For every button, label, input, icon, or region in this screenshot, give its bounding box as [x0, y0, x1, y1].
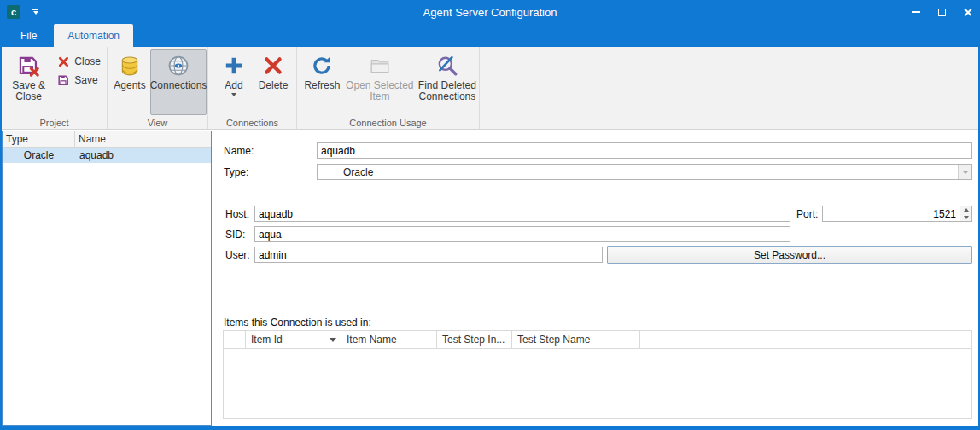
connection-row-aquadb[interactable]: Oracle aquadb: [3, 148, 211, 163]
spin-up-icon[interactable]: [960, 206, 971, 214]
usage-grid-body[interactable]: [224, 349, 971, 418]
host-label: Host:: [225, 208, 249, 220]
port-input[interactable]: [823, 206, 960, 221]
column-header-name[interactable]: Name: [75, 131, 211, 147]
connection-detail-panel: Name: Type: Oracle Host: Port: SID: User…: [213, 131, 978, 426]
close-red-icon: [56, 56, 71, 67]
connection-row-name: aquadb: [75, 148, 211, 163]
type-dropdown-button[interactable]: [958, 165, 971, 179]
connections-list-panel: Type Name Oracle aquadb: [2, 131, 212, 426]
refresh-icon: [311, 53, 333, 78]
grid-indicator-column: [224, 331, 246, 348]
close-label: Close: [74, 55, 101, 67]
type-combobox[interactable]: Oracle: [317, 164, 972, 180]
save-and-close-button[interactable]: Save & Close: [8, 49, 50, 115]
group-caption-view: View: [108, 118, 207, 128]
usage-grid-header: Item Id Item Name Test Step In... Test S…: [224, 331, 971, 349]
maximize-button[interactable]: [929, 0, 954, 24]
ribbon-group-project: Save & Close Close: [2, 47, 108, 129]
minimize-button[interactable]: [903, 0, 929, 24]
open-selected-item-button[interactable]: Open Selected Item: [345, 49, 415, 115]
ribbon-group-view: Agents Connections View: [108, 47, 208, 129]
close-icon: [963, 8, 972, 17]
type-label: Type:: [224, 166, 248, 178]
column-header-item-id[interactable]: Item Id: [246, 331, 341, 348]
port-spin-buttons[interactable]: [960, 206, 971, 221]
column-header-type[interactable]: Type: [3, 131, 75, 147]
name-input[interactable]: [317, 142, 972, 159]
port-label: Port:: [796, 208, 818, 220]
find-deleted-connections-label: Find Deleted Connections: [417, 80, 477, 102]
ribbon: Save & Close Close: [2, 47, 978, 130]
find-deleted-magnifier-icon: [436, 53, 458, 78]
window-title: Agent Server Configuration: [0, 6, 980, 19]
agents-database-icon: [119, 53, 141, 78]
window-controls: [903, 0, 980, 24]
delete-label: Delete: [259, 80, 289, 91]
app-icon: c: [7, 5, 20, 19]
chevron-down-icon: [962, 171, 969, 174]
user-label: User:: [225, 249, 250, 261]
connections-label: Connections: [150, 80, 207, 91]
group-caption-connections: Connections: [208, 118, 296, 128]
type-value: Oracle: [318, 166, 373, 178]
group-caption-project: Project: [2, 118, 107, 128]
connection-row-type: Oracle: [3, 148, 75, 163]
agents-label: Agents: [114, 80, 145, 91]
minimize-icon: [912, 11, 920, 13]
delete-button[interactable]: Delete: [254, 49, 293, 115]
connections-button[interactable]: Connections: [150, 49, 207, 115]
close-window-button[interactable]: [954, 0, 980, 24]
open-folder-icon: [369, 53, 391, 78]
open-selected-item-label: Open Selected Item: [346, 80, 414, 102]
agent-server-configuration-window: c Agent Server Configuration File Automa…: [0, 0, 980, 430]
host-input[interactable]: [254, 206, 790, 222]
save-and-close-icon: [17, 53, 40, 78]
column-header-test-step-in[interactable]: Test Step In...: [437, 331, 512, 348]
name-label: Name:: [224, 145, 254, 157]
column-header-filler: [640, 331, 971, 348]
add-label: Add: [225, 80, 242, 91]
tab-automation[interactable]: Automation: [54, 24, 133, 47]
add-button[interactable]: Add: [216, 49, 252, 115]
ribbon-group-connections: Add Delete Connections: [208, 47, 297, 129]
quick-access-chevron-down-icon[interactable]: [32, 9, 38, 15]
spin-down-icon[interactable]: [960, 214, 971, 222]
tab-file[interactable]: File: [7, 24, 50, 47]
filter-chevron-icon[interactable]: [330, 338, 336, 342]
save-label: Save: [74, 74, 97, 86]
connections-globe-icon: [166, 53, 190, 78]
save-and-close-label: Save & Close: [9, 80, 49, 102]
refresh-label: Refresh: [304, 80, 340, 91]
set-password-button[interactable]: Set Password...: [607, 246, 972, 264]
column-header-item-name[interactable]: Item Name: [341, 331, 437, 348]
main-area: Type Name Oracle aquadb Name: Type: Orac…: [2, 131, 978, 426]
sid-label: SID:: [225, 229, 245, 241]
sid-input[interactable]: [254, 226, 790, 242]
delete-x-icon: [262, 53, 284, 78]
user-input[interactable]: [254, 247, 603, 263]
item-id-label: Item Id: [251, 334, 283, 346]
ribbon-tab-row: File Automation: [0, 24, 980, 47]
usage-grid: Item Id Item Name Test Step In... Test S…: [223, 330, 972, 419]
find-deleted-connections-button[interactable]: Find Deleted Connections: [417, 49, 478, 115]
ribbon-group-connection-usage: Refresh Open Selected Item: [297, 47, 480, 129]
agents-button[interactable]: Agents: [111, 49, 149, 115]
add-plus-icon: [223, 53, 245, 78]
close-button[interactable]: Close: [54, 52, 107, 71]
column-header-test-step-name[interactable]: Test Step Name: [512, 331, 640, 348]
usage-caption: Items this Connection is used in:: [224, 317, 371, 328]
save-button[interactable]: Save: [54, 71, 107, 90]
refresh-button[interactable]: Refresh: [301, 49, 343, 115]
connections-list-header: Type Name: [3, 131, 211, 148]
save-icon: [56, 74, 71, 87]
port-spinner[interactable]: [822, 206, 972, 222]
maximize-icon: [938, 9, 946, 16]
add-dropdown-chevron-icon: [231, 93, 236, 96]
title-bar: c Agent Server Configuration: [0, 0, 980, 24]
group-caption-connection-usage: Connection Usage: [297, 118, 479, 128]
